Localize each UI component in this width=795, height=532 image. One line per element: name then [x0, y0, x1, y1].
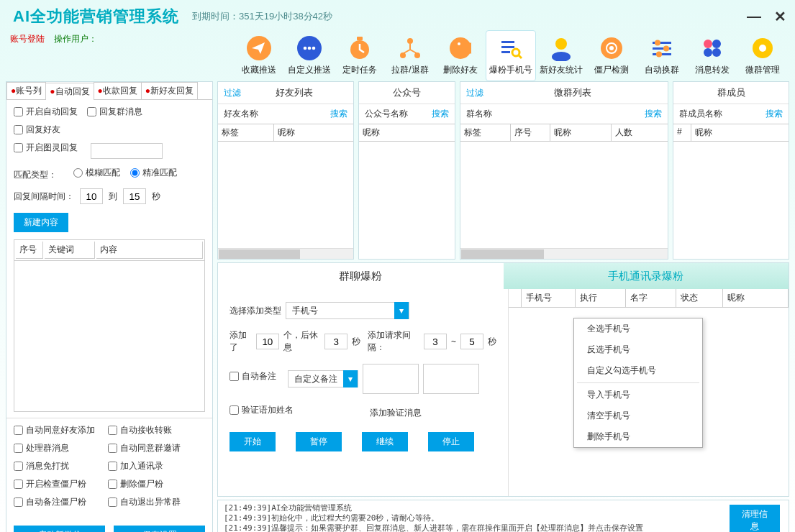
keyword-table: 序号 关键词 内容: [14, 239, 205, 261]
svg-point-14: [512, 49, 519, 56]
tab-phone-fans[interactable]: 爆粉手机号: [486, 30, 536, 81]
svg-point-10: [458, 42, 460, 45]
btn-clear-log[interactable]: 清理信息: [730, 505, 780, 532]
tab-scheduled[interactable]: 定时任务: [335, 30, 385, 81]
tuling-input[interactable]: [91, 143, 163, 159]
menu-delete[interactable]: 删除手机号: [574, 426, 702, 447]
public-title: 公众号: [365, 86, 449, 99]
opt-auto-accept-group-invite[interactable]: 自动同意群邀请: [108, 442, 181, 454]
opt-add-contacts[interactable]: 加入通讯录: [108, 460, 163, 472]
lowtab-group-fans[interactable]: 群聊爆粉: [218, 263, 504, 289]
public-list-body[interactable]: [359, 142, 455, 259]
ltab-newfriend-reply[interactable]: ●新好友回复: [141, 82, 198, 99]
opt-delete-zombie[interactable]: 删除僵尸粉: [108, 478, 163, 490]
group-filter[interactable]: 过滤: [466, 87, 483, 99]
svg-point-27: [712, 40, 721, 48]
ltab-accounts[interactable]: ●账号列: [6, 82, 46, 99]
chk-verify-name[interactable]: 验证语加姓名: [230, 404, 294, 416]
svg-point-9: [414, 52, 420, 58]
opt-check-zombie[interactable]: 开启检查僵尸粉: [14, 478, 86, 490]
clock-icon: [342, 34, 378, 63]
chevron-down-icon: ▾: [343, 370, 358, 387]
opt-auto-accept-friend[interactable]: 自动同意好友添加: [14, 424, 95, 436]
chk-reply-friend[interactable]: 回复好友: [14, 124, 60, 136]
account-login-label[interactable]: 账号登陆: [10, 34, 45, 44]
keyword-table-body[interactable]: [14, 261, 205, 412]
minimize-button[interactable]: —: [747, 8, 761, 25]
tab-group-manage[interactable]: 拉群/退群: [385, 30, 435, 81]
select-add-type[interactable]: 手机号▾: [286, 302, 409, 319]
menu-invert-select[interactable]: 反选手机号: [574, 339, 702, 360]
opt-handle-group-msg[interactable]: 处理群消息: [14, 442, 69, 454]
radio-exact[interactable]: 精准匹配: [130, 167, 177, 179]
opt-auto-accept-transfer[interactable]: 自动接收转账: [108, 424, 172, 436]
chk-auto-reply[interactable]: 开启自动回复: [14, 106, 78, 118]
tab-delete-friend[interactable]: 删除好友: [435, 30, 486, 81]
req-from[interactable]: [424, 334, 447, 349]
svg-rect-6: [357, 37, 363, 40]
chat-dots-icon: [291, 34, 327, 63]
tab-favorite-push[interactable]: 收藏推送: [234, 30, 284, 81]
opt-dnd[interactable]: 消息免打扰: [14, 460, 69, 472]
friend-search[interactable]: 搜索: [330, 108, 347, 120]
btn-start[interactable]: 开始: [230, 432, 276, 451]
menu-select-all[interactable]: 全选手机号: [574, 318, 702, 339]
chevron-down-icon: ▾: [394, 302, 409, 319]
lowtab-phone-fans[interactable]: 手机通讯录爆粉: [504, 263, 789, 289]
ltab-auto-reply[interactable]: ●自动回复: [45, 83, 94, 100]
btn-save-settings[interactable]: 保存设置: [114, 526, 205, 532]
svg-point-28: [704, 48, 712, 57]
svg-point-7: [407, 38, 413, 44]
chk-auto-remark[interactable]: 自动备注: [230, 370, 276, 382]
chk-reply-group[interactable]: 回复群消息: [87, 106, 142, 118]
interval-from[interactable]: [80, 188, 103, 204]
opt-remark-zombie[interactable]: 自动备注僵尸粉: [14, 496, 86, 508]
btn-continue[interactable]: 继续: [362, 432, 408, 451]
remark-input-2[interactable]: [423, 364, 479, 394]
svg-point-25: [656, 52, 662, 58]
interval-to[interactable]: [123, 188, 146, 204]
svg-point-2: [304, 47, 307, 50]
public-search[interactable]: 搜索: [432, 108, 449, 120]
remark-input[interactable]: [363, 364, 419, 394]
menu-custom-select[interactable]: 自定义勾选手机号: [574, 360, 702, 381]
btn-start-wechat[interactable]: 启动新微信: [14, 526, 105, 532]
tab-group-admin[interactable]: 微群管理: [737, 30, 788, 81]
group-search[interactable]: 搜索: [645, 108, 662, 120]
close-button[interactable]: ✕: [774, 8, 786, 25]
btn-new-content[interactable]: 新建内容: [14, 213, 68, 232]
group-list-body[interactable]: [460, 142, 668, 259]
friend-list-body[interactable]: [218, 142, 353, 259]
operator-label: 操作用户：: [54, 34, 97, 44]
network-icon: [392, 34, 428, 63]
tab-msg-forward[interactable]: 消息转发: [687, 30, 737, 81]
svg-point-19: [609, 46, 614, 50]
app-title: AI全功能营销管理系统: [13, 6, 179, 27]
member-search[interactable]: 搜索: [766, 108, 783, 120]
tab-custom-push[interactable]: 自定义推送: [284, 30, 335, 81]
tab-new-friend-stats[interactable]: 新好友统计: [536, 30, 586, 81]
group-scrollbar[interactable]: [460, 248, 668, 259]
svg-point-15: [555, 38, 567, 50]
svg-point-29: [712, 48, 721, 57]
radio-fuzzy[interactable]: 模糊匹配: [73, 167, 120, 179]
btn-stop[interactable]: 停止: [428, 432, 474, 451]
tab-zombie-detect[interactable]: 僵尸检测: [586, 30, 637, 81]
friend-filter[interactable]: 过滤: [224, 87, 241, 99]
member-list-body[interactable]: [673, 142, 789, 259]
menu-import[interactable]: 导入手机号: [574, 385, 702, 405]
tab-auto-switch-group[interactable]: 自动换群: [637, 30, 687, 81]
svg-rect-13: [501, 51, 510, 53]
req-to[interactable]: [460, 334, 483, 349]
added-count[interactable]: [256, 334, 279, 349]
chk-tuling[interactable]: 开启图灵回复: [14, 142, 78, 154]
opt-exit-abnormal-group[interactable]: 自动退出异常群: [108, 496, 181, 508]
btn-pause[interactable]: 暂停: [296, 432, 342, 451]
svg-rect-11: [501, 41, 514, 43]
select-remark[interactable]: 自定义备注▾: [288, 370, 358, 387]
ltab-payment-reply[interactable]: ●收款回复: [94, 82, 142, 99]
friend-scrollbar[interactable]: [218, 248, 353, 259]
menu-clear[interactable]: 清空手机号: [574, 405, 702, 426]
rest-seconds[interactable]: [324, 334, 347, 349]
sliders-icon: [644, 34, 680, 63]
